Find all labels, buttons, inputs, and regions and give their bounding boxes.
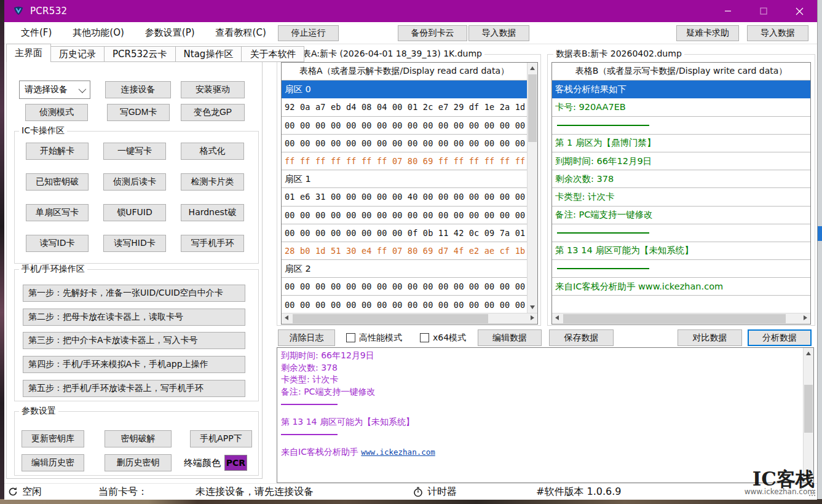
clear-log-button[interactable]: 清除日志 <box>278 329 335 346</box>
menu-item-4[interactable]: 查看教程(C) <box>205 27 277 39</box>
log-link[interactable]: www.ickezhan.com <box>361 447 435 457</box>
scroll-up-icon[interactable] <box>530 66 535 70</box>
table-b-row-9[interactable] <box>552 224 810 242</box>
close-button[interactable] <box>781 0 817 22</box>
step-button-1[interactable]: 第一步：先解好卡，准备一张UID/CUID空白中介卡 <box>23 285 245 302</box>
import-data-button-left[interactable]: 导入数据 <box>468 25 529 41</box>
ic-button-10[interactable]: 读写ID卡 <box>26 235 89 252</box>
scroll-right-icon[interactable] <box>531 315 534 320</box>
scroll-up-icon[interactable] <box>806 352 811 355</box>
version-text: #软件版本 1.0.6.9 <box>536 486 621 498</box>
table-a-hscroll-thumb[interactable] <box>293 314 488 323</box>
edit-data-button[interactable]: 编辑数据 <box>478 329 542 346</box>
ic-button-9[interactable]: Hardnest破 <box>181 204 244 221</box>
compare-data-button[interactable]: 对比数据 <box>678 329 742 346</box>
scroll-left-icon[interactable] <box>285 315 288 320</box>
table-b-row-4[interactable]: 第 1 扇区为【鼎博门禁】 <box>552 135 810 152</box>
table-b-row-7[interactable]: 卡类型: 计次卡 <box>552 188 810 206</box>
table-a-row-2[interactable]: 92 0a a7 eb d4 08 04 00 01 2c e7 29 df 1… <box>282 98 527 116</box>
table-a-vertical-scrollbar[interactable] <box>527 63 537 313</box>
log-output[interactable]: 到期时间: 66年12月9日剩余次数: 378卡类型: 计次卡备注: PC端支持… <box>277 347 814 483</box>
table-b-row-12[interactable]: 来自IC客栈分析助手 www.ickezhan.com <box>552 278 810 296</box>
menu-item-2[interactable]: 其他功能(O) <box>62 27 135 39</box>
ic-button-8[interactable]: 锁UFUID <box>103 204 166 221</box>
table-b-row-6[interactable]: 剩余次数: 378 <box>552 170 810 188</box>
tab-4[interactable]: Ntag操作区 <box>176 46 242 62</box>
log-vertical-scrollbar[interactable] <box>803 348 813 482</box>
param-button-1[interactable]: 更新密钥库 <box>22 430 84 447</box>
checkbox-icon[interactable] <box>420 333 429 342</box>
tab-3[interactable]: PCR532云卡 <box>105 46 176 62</box>
write-gdm-button[interactable]: 写GDM卡 <box>107 104 170 121</box>
x64-mode-checkbox[interactable]: x64模式 <box>420 329 466 346</box>
table-b-row-3[interactable] <box>552 117 810 135</box>
param-button-3[interactable]: 手机APP下 <box>190 430 252 447</box>
menu-item-3[interactable]: 参数设置(P) <box>135 27 205 39</box>
ic-button-4[interactable]: 已知密钥破 <box>26 173 89 191</box>
param-button-4[interactable]: 编辑历史密 <box>22 454 84 471</box>
table-b-row-1[interactable]: 客栈分析结果如下 <box>552 81 810 98</box>
backup-cloud-button[interactable]: 备份到卡云 <box>398 25 467 41</box>
scroll-right-icon[interactable] <box>804 315 807 320</box>
terminal-color-pcr-button[interactable]: PCR <box>224 455 247 471</box>
install-driver-button[interactable]: 安装驱动 <box>181 81 245 98</box>
table-a-row-13[interactable]: 00 00 00 00 00 00 00 00 00 00 00 00 00 0… <box>282 296 527 313</box>
refresh-icon[interactable] <box>8 487 18 497</box>
menu-item-1[interactable]: 文件(F) <box>10 27 62 39</box>
tab-2[interactable]: 历史记录 <box>51 46 105 62</box>
device-select-dropdown[interactable]: 请选择设备 <box>19 81 90 99</box>
table-b-row-11[interactable] <box>552 260 810 278</box>
ic-button-6[interactable]: 检测卡片类 <box>181 173 244 191</box>
tab-1[interactable]: 主界面 <box>6 44 51 62</box>
ic-button-2[interactable]: 一键写卡 <box>103 143 166 160</box>
table-b-row-10[interactable]: 第 13 14 扇区可能为【未知系统】 <box>552 242 810 260</box>
scroll-down-icon[interactable] <box>530 305 535 309</box>
detect-mode-button[interactable]: 侦测模式 <box>25 104 88 121</box>
ic-button-12[interactable]: 写手机手环 <box>181 235 244 252</box>
chameleon-gp-button[interactable]: 变色龙GP <box>181 104 245 121</box>
table-a-row-7[interactable]: 01 e6 31 00 00 00 00 00 40 00 00 00 00 0… <box>282 188 527 206</box>
table-a-row-11[interactable]: 扇区 2 <box>282 260 527 278</box>
table-a-row-8[interactable]: 00 00 00 00 00 00 00 00 00 00 00 00 00 0… <box>282 207 527 224</box>
table-a-row-6[interactable]: 扇区 1 <box>282 170 527 188</box>
tab-5[interactable]: 关于本软件 <box>242 46 304 62</box>
table-b-row-8[interactable]: 备注: PC端支持一键修改 <box>552 207 810 224</box>
save-data-button[interactable]: 保存数据 <box>549 329 614 346</box>
table-a-row-9[interactable]: 00 00 00 00 00 00 00 00 0f 0b 11 42 0c 0… <box>282 224 527 242</box>
checkbox-icon[interactable] <box>346 333 355 342</box>
step-button-5[interactable]: 第五步：把手机/手环放读卡器上，写手机手环 <box>23 380 245 397</box>
table-b-row-5[interactable]: 到期时间: 66年12月9日 <box>552 152 810 170</box>
maximize-button[interactable] <box>746 0 781 22</box>
minimize-button[interactable] <box>710 0 746 22</box>
table-a-row-12[interactable]: 00 00 00 00 00 00 00 00 00 00 00 00 00 0… <box>282 278 527 296</box>
table-a-vscroll-thumb[interactable] <box>528 74 537 142</box>
table-a-horizontal-scrollbar[interactable] <box>282 313 537 324</box>
log-vscroll-thumb[interactable] <box>804 385 813 433</box>
table-a-row-3[interactable]: 00 00 00 00 00 00 00 00 00 00 00 00 00 0… <box>282 117 527 135</box>
import-data-button-right[interactable]: 导入数据 <box>747 25 808 41</box>
step-button-2[interactable]: 第二步：把母卡放在读卡器上，读取卡号 <box>23 309 245 326</box>
stop-run-button[interactable]: 停止运行 <box>278 25 339 41</box>
step-button-3[interactable]: 第三步：把中介卡A卡放读卡器上，写入卡号 <box>23 332 245 349</box>
analyze-data-button[interactable]: 分析数据 <box>748 329 812 346</box>
step-button-4[interactable]: 第四步：手机/手环来模拟A卡，手机app上操作 <box>23 356 245 373</box>
high-performance-checkbox[interactable]: 高性能模式 <box>346 329 402 346</box>
table-b-horizontal-scrollbar[interactable] <box>552 313 810 324</box>
param-button-5[interactable]: 删历史密钥 <box>105 454 172 471</box>
connect-device-button[interactable]: 连接设备 <box>105 81 171 98</box>
table-b-hscroll-thumb[interactable] <box>563 314 786 323</box>
table-a-row-1[interactable]: 扇区 0 <box>282 81 527 98</box>
table-a-row-4[interactable]: 00 00 00 00 00 00 00 00 00 00 00 00 00 0… <box>282 135 527 152</box>
hard-card-help-button[interactable]: 疑难卡求助 <box>676 25 739 41</box>
ic-button-11[interactable]: 读写HID卡 <box>103 235 166 252</box>
ic-button-1[interactable]: 开始解卡 <box>26 143 89 160</box>
ic-button-3[interactable]: 格式化 <box>181 143 244 160</box>
ic-button-5[interactable]: 侦测后读卡 <box>103 173 166 191</box>
ic-button-7[interactable]: 单扇区写卡 <box>26 204 89 221</box>
scroll-left-icon[interactable] <box>555 315 559 320</box>
table-b-row-13[interactable] <box>552 296 810 313</box>
table-a-row-5[interactable]: ff ff ff ff ff ff ff 07 80 69 ff ff ff f… <box>282 152 527 170</box>
param-button-2[interactable]: 密钥破解 <box>105 430 172 447</box>
table-b-row-2[interactable]: 卡号: 920AA7EB <box>552 98 810 116</box>
table-a-row-10[interactable]: 28 b0 1d 51 30 e4 ff 07 80 69 d7 4f e2 a… <box>282 242 527 260</box>
